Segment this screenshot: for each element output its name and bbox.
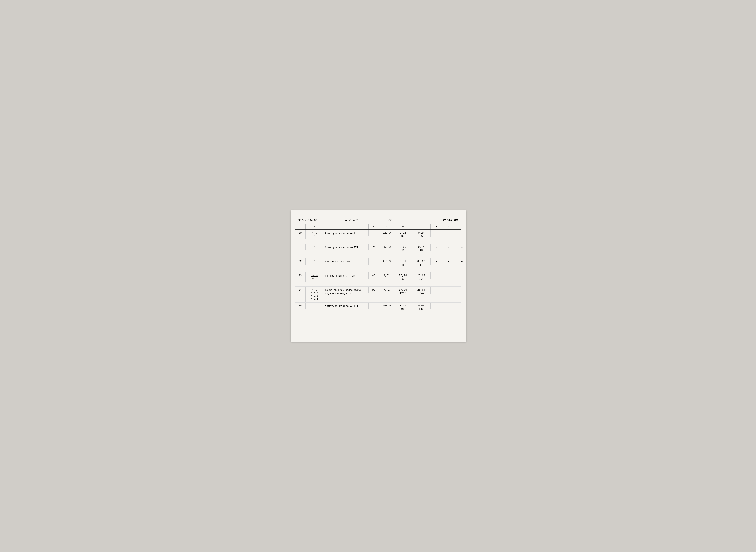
row-qty: 229,0	[380, 230, 394, 236]
col-header-4: 4	[368, 224, 380, 229]
row-ref: 7–356 25-6	[305, 272, 324, 282]
row-col10: ·	[455, 287, 469, 294]
table-container: 902-2-394.86 Альбом УШ -36- 21049-08 I 2…	[295, 217, 461, 335]
row-col8: –	[430, 302, 443, 309]
row-desc: Арматура класса А-I	[324, 230, 368, 237]
table-row: 2I –"– Арматура класса А-III т 250,0 0,0…	[295, 244, 461, 258]
row-unit: т	[368, 258, 380, 265]
row-col6: 0,09 23	[394, 244, 412, 254]
table-row: 25 –"– Арматура класса А-III т 250,0 0,3…	[295, 302, 461, 319]
row-col9: –	[443, 258, 455, 265]
row-col8: –	[430, 287, 443, 294]
row-desc: Арматура класса А-III	[324, 302, 368, 310]
row-col7: 0,57 I43	[412, 302, 430, 312]
table-row: 20 ССЦ Т.3-I Арматура класса А-I т 229,0…	[295, 230, 461, 244]
row-qty: 73,I	[380, 287, 394, 293]
row-unit: м3	[368, 287, 380, 293]
album-label: Альбом УШ	[323, 219, 382, 222]
row-num: 23	[295, 272, 305, 279]
row-col9: –	[443, 302, 455, 309]
row-col6: 0,II 45	[394, 258, 412, 268]
empty-footer-area	[295, 319, 461, 335]
row-col7: 0,I4 35	[412, 244, 430, 254]
col-header-9: 9	[443, 224, 455, 229]
row-col10: –	[455, 230, 469, 237]
row-desc: Арматура класса А-III	[324, 244, 368, 251]
header-row: 902-2-394.86 Альбом УШ -36- 21049-08	[295, 217, 461, 224]
row-qty: 9,52	[380, 272, 394, 279]
row-ref: –"–	[305, 258, 324, 265]
row-desc: Закладные детали	[324, 258, 368, 266]
row-ref: –"–	[305, 244, 324, 250]
row-col7: 26,64 I947	[412, 287, 430, 296]
row-col6: 0,16 37	[394, 230, 412, 240]
row-qty: 250,0	[380, 302, 394, 309]
row-col10: –	[455, 258, 469, 265]
table-row: 22 –"– Закладные детали т 4I3,0 0,II 45 …	[295, 258, 461, 272]
row-col9: –	[443, 230, 455, 237]
row-qty: 250,0	[380, 244, 394, 250]
row-qty: 4I3,0	[380, 258, 394, 265]
row-unit: т	[368, 302, 380, 309]
row-desc: То же, более 0,2 м3	[324, 272, 368, 280]
row-col10: –	[455, 272, 469, 279]
row-col10: –	[455, 302, 469, 309]
row-col6: I7,76 I69	[394, 272, 412, 282]
column-headers: I 2 3 4 5 6 7 8 9 IO	[295, 224, 461, 230]
row-unit: т	[368, 230, 380, 236]
col-header-10: IO	[455, 224, 469, 229]
row-num: 24	[295, 287, 305, 293]
row-num: 22	[295, 258, 305, 265]
row-desc: То же,объемом более 0,2м3 72,9–0,82х2+0,…	[324, 287, 368, 297]
row-num: 20	[295, 230, 305, 236]
row-col10: –	[455, 244, 469, 251]
row-col6: I7,76 I298	[394, 287, 412, 296]
col-header-8: 8	[430, 224, 443, 229]
table-row: 24 ССЦ 8–522 т.3.3 т.3.4 То же,объемом б…	[295, 287, 461, 303]
row-unit: т	[368, 244, 380, 250]
col-header-1: I	[295, 224, 305, 229]
row-ref: ССЦ 8–522 т.3.3 т.3.4	[305, 287, 324, 302]
doc-number: 902-2-394.86	[298, 219, 318, 222]
row-col7: 26,64 254	[412, 272, 430, 282]
page-number: -36-	[388, 219, 394, 222]
row-col7: 0,I62 67	[412, 258, 430, 268]
row-unit: м3	[368, 272, 380, 279]
project-number: 21049-08	[400, 219, 458, 222]
row-col9: –	[443, 272, 455, 279]
row-col8: –	[430, 244, 443, 251]
page-wrapper: 902-2-394.86 Альбом УШ -36- 21049-08 I 2…	[291, 211, 465, 342]
col-header-6: 6	[394, 224, 412, 229]
row-ref: ССЦ Т.3-I	[305, 230, 324, 239]
row-col6: 0,39 98	[394, 302, 412, 312]
row-col8: –	[430, 230, 443, 237]
row-num: 2I	[295, 244, 305, 250]
col-header-5: 5	[380, 224, 394, 229]
row-ref: –"–	[305, 302, 324, 309]
row-num: 25	[295, 302, 305, 309]
col-header-2: 2	[305, 224, 324, 229]
row-col9: –	[443, 287, 455, 294]
row-col8: –	[430, 272, 443, 279]
row-col8: –	[430, 258, 443, 265]
row-col9: –	[443, 244, 455, 251]
row-col7: 0,24 55	[412, 230, 430, 240]
table-row: 23 7–356 25-6 То же, более 0,2 м3 м3 9,5…	[295, 272, 461, 287]
col-header-3: 3	[324, 224, 368, 229]
col-header-7: 7	[412, 224, 430, 229]
